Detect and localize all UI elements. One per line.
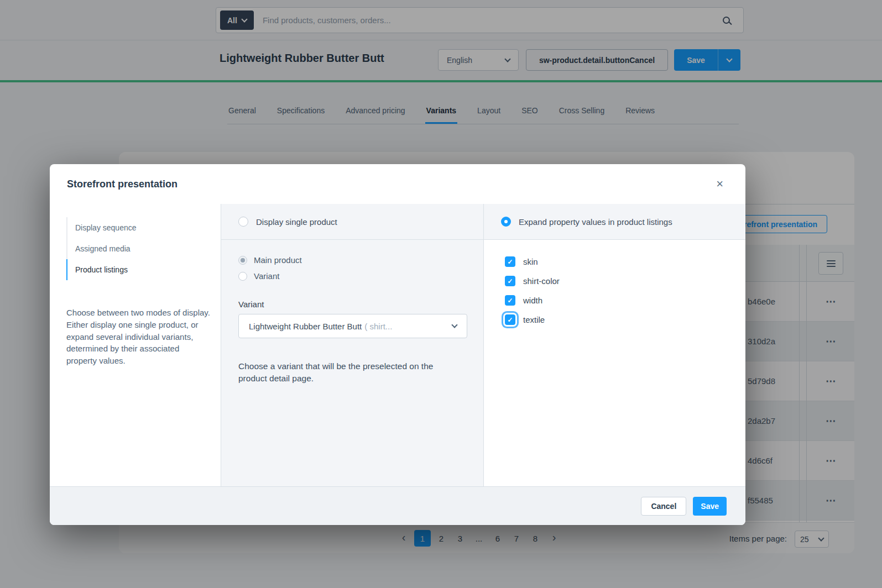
shirt-color-checkbox[interactable]: ✓ xyxy=(505,276,515,286)
display-single-product-label: Display single product xyxy=(256,217,337,227)
expand-property-values-radio[interactable] xyxy=(501,217,511,227)
property-option-textile: ✓ textile xyxy=(505,314,745,325)
shirt-color-label: shirt-color xyxy=(523,276,560,286)
single-product-panel: Display single product Main product Vari… xyxy=(221,204,484,486)
variant-radio[interactable] xyxy=(238,272,247,281)
modal-nav: Display sequence Assigned media Product … xyxy=(66,217,210,280)
check-icon: ✓ xyxy=(507,316,513,324)
skin-label: skin xyxy=(523,257,538,266)
modal-footer: Cancel Save xyxy=(50,486,745,525)
product-detail-page: All Lightweight Rubber Butter Butt Engli… xyxy=(0,0,882,588)
nav-item-display-sequence[interactable]: Display sequence xyxy=(67,217,210,238)
variant-select[interactable]: Lightweight Rubber Butter Butt ( shirt..… xyxy=(238,314,467,338)
modal-cancel-button[interactable]: Cancel xyxy=(641,497,686,516)
variant-select-value: Lightweight Rubber Butter Butt xyxy=(249,322,362,331)
expand-property-values-option: Expand property values in product listin… xyxy=(484,204,745,240)
property-option-width: ✓ width xyxy=(505,295,745,306)
textile-label: textile xyxy=(523,315,545,324)
modal-cancel-label: Cancel xyxy=(651,502,676,511)
expand-properties-panel: Expand property values in product listin… xyxy=(484,204,745,486)
nav-item-assigned-media[interactable]: Assigned media xyxy=(67,238,210,259)
check-icon: ✓ xyxy=(507,258,513,266)
property-option-skin: ✓ skin xyxy=(505,256,745,267)
single-product-panel-body: Main product Variant Variant Lightweight… xyxy=(221,240,483,384)
modal-save-label: Save xyxy=(701,502,719,511)
variant-select-value-suffix: ( shirt... xyxy=(364,322,392,331)
check-icon: ✓ xyxy=(507,297,513,305)
chevron-down-icon xyxy=(451,322,457,328)
variant-option: Variant xyxy=(238,271,466,281)
width-label: width xyxy=(523,296,542,305)
main-product-option: Main product xyxy=(238,255,466,265)
main-product-radio[interactable] xyxy=(238,256,247,265)
check-icon: ✓ xyxy=(507,277,513,285)
mode-description: Choose between two modes of display. Eit… xyxy=(66,307,211,367)
modal-header: Storefront presentation × xyxy=(50,164,745,204)
variant-help-text: Choose a variant that will be the presel… xyxy=(238,360,460,384)
display-single-product-option: Display single product xyxy=(221,204,483,240)
modal-save-button[interactable]: Save xyxy=(693,497,727,516)
modal-body: Display sequence Assigned media Product … xyxy=(50,204,745,486)
property-option-shirt-color: ✓ shirt-color xyxy=(505,276,745,286)
skin-checkbox[interactable]: ✓ xyxy=(505,256,515,267)
close-icon[interactable]: × xyxy=(714,176,726,192)
display-single-product-radio[interactable] xyxy=(238,217,248,227)
property-list: ✓ skin ✓ shirt-color ✓ width ✓ textile xyxy=(484,240,745,325)
width-checkbox[interactable]: ✓ xyxy=(505,295,515,306)
textile-checkbox[interactable]: ✓ xyxy=(505,314,515,325)
storefront-presentation-modal: Storefront presentation × Display sequen… xyxy=(50,164,745,525)
variant-radio-label: Variant xyxy=(254,271,279,281)
expand-property-values-label: Expand property values in product listin… xyxy=(519,217,672,227)
nav-item-product-listings[interactable]: Product listings xyxy=(66,259,210,280)
variant-field-label: Variant xyxy=(238,300,466,309)
modal-title: Storefront presentation xyxy=(67,179,178,190)
main-product-label: Main product xyxy=(254,255,302,265)
modal-sidebar: Display sequence Assigned media Product … xyxy=(50,204,221,486)
